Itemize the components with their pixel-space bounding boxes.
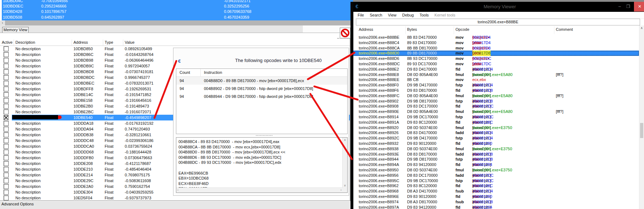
disassembly-row[interactable]: torino2006.exe+B8932D9 83 90120000flddwo…: [353, 141, 639, 146]
scan-result-row[interactable]: 10DBD0EC0.29522466660.3252295256: [2, 4, 353, 9]
disassembly-row[interactable]: torino2006.exe+B892CD9 9B D4170000fstpdw…: [353, 136, 639, 141]
menu-item-view[interactable]: View: [385, 12, 400, 18]
disassembly-row[interactable]: torino2006.exe+B88C489 83 D4170000mov[eb…: [353, 40, 639, 46]
disassembly-row[interactable]: torino2006.exe+B8914D9 9B DC170000fstpdw…: [353, 114, 639, 120]
title-bar[interactable]: € Memory Viewer – ❐ ✕: [353, 2, 644, 12]
opcode-list[interactable]: Count Instruction 94004B88D0 - 89 8B D81…: [176, 68, 348, 134]
disassembly-row[interactable]: torino2006.exe+B894AD9 83 94120000flddwo…: [353, 162, 639, 167]
disassembly-row[interactable]: torino2006.exe+B890ED8 0D 805A4E00fmuldw…: [353, 109, 639, 114]
active-checkbox[interactable]: [4, 121, 9, 126]
active-checkbox[interactable]: [4, 52, 9, 57]
active-checkbox[interactable]: [4, 190, 9, 195]
address-table-header[interactable]: Active Description Address Type Value: [0, 39, 350, 46]
disassembly-row[interactable]: torino2006.exe+B8968D8 A3 D4170000fsubdw…: [353, 189, 639, 194]
disassembly-row[interactable]: torino2006.exe+B8908D9 83 DC170000flddwo…: [353, 104, 639, 109]
scroll-up-icon[interactable]: ∧: [639, 26, 644, 30]
scrollbar-thumb[interactable]: [640, 123, 643, 138]
disassembly-row[interactable]: torino2006.exe+B8944D9 9B D8170000fstpdw…: [353, 157, 639, 162]
menu-item-tools[interactable]: Tools: [417, 12, 432, 18]
active-checkbox[interactable]: [4, 132, 9, 137]
menu-item-search[interactable]: Search: [367, 12, 385, 18]
table-row[interactable]: No description10ED5F04Float-0.9379737973: [0, 195, 350, 201]
active-checkbox[interactable]: [4, 161, 9, 166]
scan-results-list[interactable]: 10DBD04C-0.7001054556-0.941010217110DBD0…: [2, 0, 353, 20]
active-checkbox[interactable]: [4, 58, 9, 63]
scan-result-row[interactable]: 10DBD04C-0.7001054556-0.9410102171: [2, 0, 353, 4]
disassembly-row[interactable]: torino2006.exe+B8926D8 83 D4170000fadddw…: [353, 130, 639, 136]
column-header-opcode[interactable]: Opcode: [455, 27, 469, 32]
column-header-count[interactable]: Count: [180, 70, 190, 75]
extra-info-panel[interactable]: 004B88C4 - 89 83 D4170000 - mov [ebx+000…: [176, 137, 348, 193]
column-header-type[interactable]: Type: [105, 40, 113, 44]
menu-item-debug[interactable]: Debug: [399, 12, 416, 18]
advanced-options-label[interactable]: Advanced Options: [1, 202, 34, 206]
scroll-right-icon[interactable]: ›: [340, 188, 342, 192]
scroll-down-icon[interactable]: ∨: [343, 184, 347, 187]
address-bar[interactable]: torino2006.exe+B88BE: [356, 19, 640, 25]
disassembly-row[interactable]: torino2006.exe+B88BE8B 83 D4170000moveax…: [353, 35, 639, 40]
scan-result-row[interactable]: 10DBD5080.6452628970.4570243359: [2, 15, 353, 20]
active-checkbox[interactable]: [4, 46, 9, 51]
disassembly-row[interactable]: torino2006.exe+B88CA8B 8B D8170000movecx…: [353, 46, 639, 51]
disassembly-row[interactable]: torino2006.exe+B88EE8B CBmovecx,ebx: [353, 77, 639, 82]
active-checkbox[interactable]: [4, 149, 9, 155]
active-checkbox[interactable]: [4, 63, 9, 68]
maximize-button[interactable]: ❐: [625, 2, 632, 11]
column-header-address[interactable]: Address: [359, 27, 373, 32]
scroll-left-icon[interactable]: ‹: [177, 188, 178, 192]
disassembly-vertical-scrollbar[interactable]: ∧: [639, 25, 644, 209]
disassembly-row[interactable]: torino2006.exe+B8920D8 0D 50374E00fmuldw…: [353, 125, 639, 130]
disassembly-row[interactable]: torino2006.exe+B895CD9 9B DC170000fstpdw…: [353, 178, 639, 184]
disassembly-row[interactable]: torino2006.exe+B897AD9 83 94120000flddwo…: [353, 205, 639, 209]
active-checkbox[interactable]: [4, 75, 9, 80]
menu-item-file[interactable]: File: [355, 12, 367, 18]
disassembly-row[interactable]: torino2006.exe+B8956D8 83 DC170000fadddw…: [353, 173, 639, 178]
opcode-list-header[interactable]: Count Instruction: [176, 69, 347, 77]
stop-scan-button[interactable]: [340, 28, 350, 38]
dialog-splitter-grip[interactable]: [256, 135, 272, 136]
disassembly-row[interactable]: torino2006.exe+B88DC89 93 DC170000mov[eb…: [353, 61, 639, 67]
minimize-button[interactable]: –: [616, 2, 623, 11]
disassembly-row[interactable]: torino2006.exe+B88D089 8B D8170000mov[eb…: [353, 51, 639, 56]
scan-horizontal-scrollbar[interactable]: ‹: [0, 20, 353, 25]
detail-horizontal-scrollbar[interactable]: ‹ ›: [176, 187, 343, 193]
disassembly-row[interactable]: torino2006.exe+B891AD9 83 8C120000flddwo…: [353, 120, 639, 125]
opcode-row[interactable]: 94004B8944 - D9 9B D8170000 - fstp dword…: [176, 92, 347, 100]
disassembly-row[interactable]: torino2006.exe+B88FCD8 0D 805A4E00fmuldw…: [353, 93, 639, 99]
active-checkbox[interactable]: [4, 104, 9, 109]
detail-vertical-scrollbar[interactable]: ∧ ∨: [342, 138, 347, 188]
active-checkbox[interactable]: [4, 155, 9, 160]
close-button[interactable]: ✕: [634, 2, 644, 11]
disassembly-row[interactable]: torino2006.exe+B8950D8 0D 50374E00fmuldw…: [353, 167, 639, 173]
column-header-address[interactable]: Address: [73, 40, 88, 44]
active-checkbox[interactable]: [4, 195, 9, 200]
disassembly-row[interactable]: torino2006.exe+B88D68B 93 DC170000movedx…: [353, 56, 639, 61]
disassembly-row[interactable]: torino2006.exe+B893ED8 83 D8170000fadddw…: [353, 152, 639, 157]
active-checkbox[interactable]: [4, 86, 9, 91]
disassembly-row[interactable]: torino2006.exe+B88E2D9 83 D4170000flddwo…: [353, 67, 639, 72]
disassembly-row[interactable]: torino2006.exe+B8974D8 A3 D8170000fsubdw…: [353, 199, 639, 205]
column-header-bytes[interactable]: Bytes: [407, 27, 417, 32]
active-checkbox[interactable]: [4, 138, 9, 143]
active-checkbox[interactable]: [4, 144, 9, 149]
active-checkbox[interactable]: [4, 109, 9, 114]
active-checkbox[interactable]: [4, 184, 9, 189]
disassembly-row[interactable]: torino2006.exe+B88E8D8 0D 805A4E00fmuldw…: [353, 72, 639, 77]
active-checkbox[interactable]: [4, 172, 9, 177]
column-header-value[interactable]: Value: [125, 40, 134, 44]
disassembly-row[interactable]: torino2006.exe+B8962D9 83 8C120000flddwo…: [353, 183, 639, 189]
disassembly-row[interactable]: torino2006.exe+B8938D8 0D 50374E00fmuldw…: [353, 146, 639, 152]
opcode-row[interactable]: 94004B8902 - D9 9B D8170000 - fstp dword…: [176, 85, 347, 92]
opcode-row[interactable]: 94004B88D0 - 89 8B D8170000 - mov [ebx+0…: [176, 77, 347, 85]
scroll-left-icon[interactable]: ‹: [0, 20, 5, 25]
splitter-grip-icon[interactable]: [337, 38, 350, 39]
scroll-up-icon[interactable]: ∧: [343, 138, 347, 142]
disassembly-row[interactable]: torino2006.exe+B896ED9 83 90120000flddwo…: [353, 194, 639, 199]
active-checkbox[interactable]: [4, 167, 9, 172]
scan-result-row[interactable]: 10DBD4280.10178967570.06709633768: [2, 9, 353, 14]
active-checkbox[interactable]: [4, 127, 9, 132]
active-checkbox[interactable]: [4, 115, 9, 120]
column-header-active[interactable]: Active: [2, 40, 13, 44]
active-checkbox[interactable]: [4, 81, 9, 86]
disassembly-row[interactable]: torino2006.exe+B88F6D9 83 D8170000flddwo…: [353, 88, 639, 93]
